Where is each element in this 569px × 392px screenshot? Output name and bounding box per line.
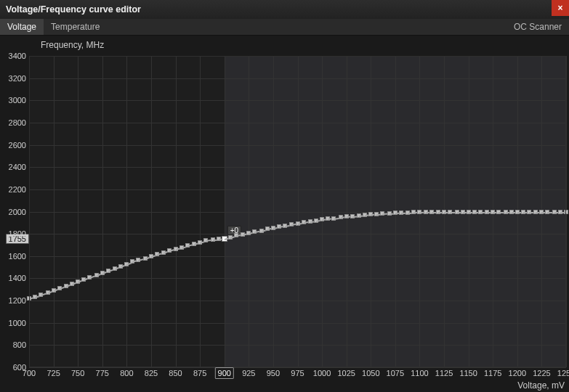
titlebar[interactable]: Voltage/Frequency curve editor × bbox=[0, 0, 569, 19]
y-tick-label: 2200 bbox=[9, 185, 29, 194]
x-axis-title: Voltage, mV bbox=[517, 380, 565, 391]
plot-wrap: Frequency, MHz Voltage, mV +0 6008001000… bbox=[0, 36, 569, 392]
x-tick-label: 1025 bbox=[337, 367, 355, 377]
x-tick-label: 925 bbox=[242, 367, 255, 377]
y-tick-label: 1000 bbox=[9, 319, 29, 327]
x-tick-label: 1175 bbox=[484, 367, 501, 377]
x-tick-label: 1225 bbox=[533, 367, 550, 377]
x-tick-label: 1150 bbox=[459, 367, 477, 377]
y-tick-label: 800 bbox=[13, 340, 29, 349]
y-tick-label: 1200 bbox=[9, 296, 29, 305]
x-tick-label: 1200 bbox=[509, 367, 526, 377]
x-tick-label: 850 bbox=[169, 367, 182, 377]
x-tick-label: 1100 bbox=[411, 367, 428, 377]
curve-point[interactable] bbox=[564, 210, 568, 214]
window-title: Voltage/Frequency curve editor bbox=[0, 4, 141, 15]
x-tick-label: 700 bbox=[23, 367, 36, 377]
y-tick-label: 2800 bbox=[9, 118, 29, 127]
x-tick-label: 1050 bbox=[362, 367, 379, 377]
y-tick-label: 1600 bbox=[9, 252, 29, 261]
close-button[interactable]: × bbox=[552, 0, 569, 16]
x-tick-label: 1075 bbox=[387, 367, 404, 377]
y-tick-label: 1400 bbox=[9, 274, 29, 282]
x-tick-label: 900 bbox=[215, 367, 234, 379]
y-tick-label: 3200 bbox=[9, 74, 29, 83]
x-tick-label: 950 bbox=[267, 367, 280, 377]
x-tick-label: 1000 bbox=[313, 367, 331, 377]
tab-oc-scanner[interactable]: OC Scanner bbox=[507, 19, 569, 35]
y-tick-label: 2000 bbox=[9, 208, 29, 216]
app-window: Voltage/Frequency curve editor × Voltage… bbox=[0, 0, 569, 392]
y-tick-label: 1800 bbox=[9, 229, 29, 238]
x-tick-label: 800 bbox=[120, 367, 133, 377]
x-tick-label: 775 bbox=[96, 367, 109, 377]
x-tick-label: 1250 bbox=[557, 367, 569, 377]
x-tick-label: 875 bbox=[193, 367, 206, 377]
y-tick-label: 2600 bbox=[9, 141, 29, 150]
x-tick-label: 1125 bbox=[435, 367, 453, 377]
x-tick-label: 825 bbox=[145, 367, 158, 377]
x-tick-label: 975 bbox=[291, 367, 304, 377]
x-tick-label: 750 bbox=[71, 367, 84, 377]
y-tick-label: 3000 bbox=[9, 96, 29, 105]
y-tick-label: 3400 bbox=[9, 52, 29, 60]
y-tick-label: 2400 bbox=[9, 163, 29, 171]
tab-temperature[interactable]: Temperature bbox=[44, 19, 107, 35]
x-tick-label: 725 bbox=[47, 367, 60, 377]
tabbar: Voltage Temperature OC Scanner bbox=[0, 19, 569, 36]
y-axis-title: Frequency, MHz bbox=[41, 40, 104, 50]
tab-voltage[interactable]: Voltage bbox=[0, 19, 44, 35]
plot-area[interactable]: +0 6008001000120014001600175518002000220… bbox=[29, 56, 566, 367]
